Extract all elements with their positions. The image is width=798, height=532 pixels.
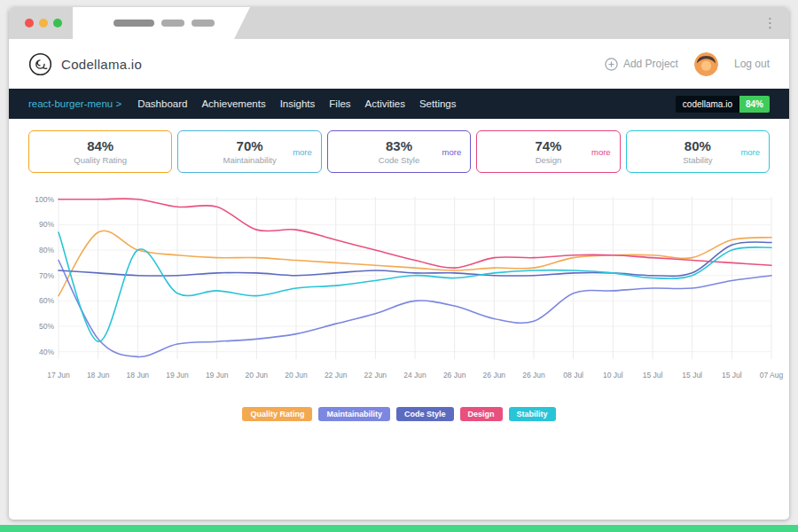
browser-window: ⋮ Codellama.io Add Project	[9, 7, 789, 520]
nav-item-dashboard[interactable]: Dashboard	[137, 98, 187, 109]
svg-text:15 Jul: 15 Jul	[722, 371, 742, 379]
traffic-lights	[25, 19, 62, 27]
metric-value: 70%	[237, 138, 263, 153]
metric-cards: 84%Quality Rating70%Maintainabilitymore8…	[9, 119, 789, 182]
metric-label: Code Style	[379, 155, 419, 165]
brand: Codellama.io	[28, 52, 142, 76]
legend-maintainability[interactable]: Maintainability	[318, 407, 390, 421]
svg-text:22 Jun: 22 Jun	[325, 371, 348, 379]
browser-menu-icon[interactable]: ⋮	[763, 14, 777, 32]
metric-card-stability: 80%Stabilitymore	[626, 130, 770, 173]
metric-card-quality-rating: 84%Quality Rating	[28, 130, 172, 173]
legend-stability[interactable]: Stability	[509, 407, 556, 421]
metric-value: 83%	[386, 138, 412, 153]
svg-text:19 Jun: 19 Jun	[206, 371, 229, 379]
svg-text:24 Jun: 24 Jun	[403, 371, 426, 379]
close-window-icon[interactable]	[25, 19, 34, 27]
metric-value: 80%	[685, 138, 711, 153]
svg-text:60%: 60%	[39, 296, 54, 305]
svg-text:10 Jul: 10 Jul	[603, 371, 623, 379]
svg-text:70%: 70%	[39, 271, 54, 280]
legend-design[interactable]: Design	[460, 407, 503, 421]
svg-text:26 Jun: 26 Jun	[443, 371, 466, 379]
legend-quality-rating[interactable]: Quality Rating	[242, 407, 312, 421]
score-badge-label: codellama.io	[676, 96, 739, 113]
svg-text:19 Jun: 19 Jun	[166, 371, 189, 379]
metric-label: Quality Rating	[74, 155, 127, 165]
nav-item-achievements[interactable]: Achievements	[201, 98, 265, 109]
svg-text:50%: 50%	[39, 322, 54, 331]
score-badge-value: 84%	[739, 96, 770, 113]
metric-value: 84%	[87, 138, 113, 153]
page: ⋮ Codellama.io Add Project	[0, 0, 798, 532]
more-link-design[interactable]: more	[591, 147, 611, 157]
tab-title-placeholder	[113, 20, 154, 27]
svg-text:15 Jul: 15 Jul	[682, 371, 702, 379]
svg-text:18 Jun: 18 Jun	[127, 371, 150, 379]
svg-text:26 Jun: 26 Jun	[483, 371, 506, 379]
logout-button[interactable]: Log out	[734, 58, 770, 70]
nav-items: DashboardAchievementsInsightsFilesActivi…	[137, 98, 456, 109]
metric-label: Design	[536, 155, 562, 165]
chart-wrap: 100%90%80%70%60%50%40%17 Jun18 Jun18 Jun…	[9, 182, 789, 405]
svg-text:90%: 90%	[39, 220, 54, 229]
nav-bar: react-burger-menu > DashboardAchievement…	[9, 89, 789, 119]
svg-text:40%: 40%	[39, 348, 54, 356]
svg-text:15 Jul: 15 Jul	[643, 371, 663, 379]
tab-placeholder	[192, 20, 215, 27]
nav-item-activities[interactable]: Activities	[365, 98, 405, 109]
svg-text:80%: 80%	[39, 246, 54, 254]
browser-chrome: ⋮	[9, 7, 789, 39]
avatar-icon	[694, 52, 718, 76]
svg-text:18 Jun: 18 Jun	[87, 371, 110, 379]
nav-item-insights[interactable]: Insights	[280, 98, 316, 109]
svg-text:20 Jun: 20 Jun	[246, 371, 269, 379]
svg-text:07 Aug: 07 Aug	[760, 371, 784, 379]
metric-card-code-style: 83%Code Stylemore	[327, 130, 471, 173]
chart-legend: Quality RatingMaintainabilityCode StyleD…	[9, 407, 789, 421]
svg-text:17 Jun: 17 Jun	[47, 371, 70, 379]
nav-item-settings[interactable]: Settings	[419, 98, 457, 109]
metric-card-design: 74%Designmore	[476, 130, 620, 173]
nav-item-files[interactable]: Files	[329, 98, 350, 109]
tab-placeholder	[161, 20, 184, 27]
page-title: Codellama.io	[61, 57, 142, 72]
plus-circle-icon	[605, 58, 618, 71]
svg-text:20 Jun: 20 Jun	[285, 371, 308, 379]
svg-text:22 Jun: 22 Jun	[364, 371, 387, 379]
minimize-window-icon[interactable]	[39, 19, 48, 27]
metric-label: Maintainability	[223, 155, 277, 165]
more-link-maintainability[interactable]: more	[293, 147, 312, 157]
header-actions: Add Project Log out	[605, 52, 770, 76]
add-project-label: Add Project	[623, 58, 678, 70]
svg-text:26 Jun: 26 Jun	[522, 371, 545, 379]
breadcrumb-project-link[interactable]: react-burger-menu >	[28, 98, 121, 109]
avatar[interactable]	[694, 52, 718, 76]
metric-label: Stability	[683, 155, 712, 165]
more-link-stability[interactable]: more	[740, 147, 760, 157]
metric-value: 74%	[535, 138, 561, 153]
zoom-window-icon[interactable]	[53, 19, 62, 27]
legend-code-style[interactable]: Code Style	[396, 407, 454, 421]
bottom-strip	[0, 525, 798, 532]
app-logo-icon	[28, 52, 52, 76]
app-header: Codellama.io Add Project	[9, 39, 789, 89]
svg-text:100%: 100%	[35, 195, 54, 204]
add-project-button[interactable]: Add Project	[605, 58, 678, 71]
metric-card-maintainability: 70%Maintainabilitymore	[177, 130, 321, 173]
project-score-badge: codellama.io 84%	[676, 96, 770, 113]
svg-text:08 Jul: 08 Jul	[563, 371, 583, 379]
browser-tab[interactable]	[73, 7, 250, 39]
quality-metrics-chart: 100%90%80%70%60%50%40%17 Jun18 Jun18 Jun…	[28, 185, 784, 405]
more-link-code-style[interactable]: more	[442, 147, 462, 157]
